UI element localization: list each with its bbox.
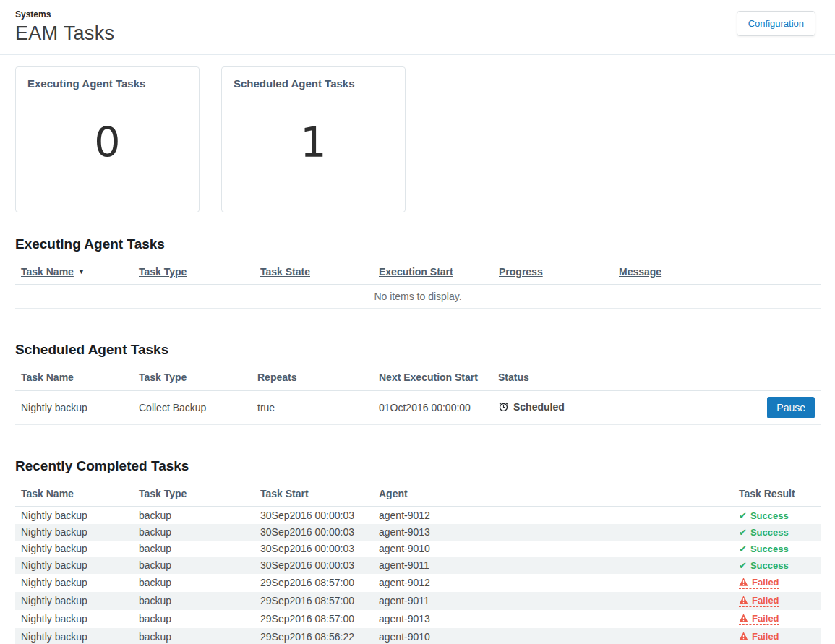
task-result-badge: ✔Success <box>739 544 789 554</box>
agent-cell: agent-9011 <box>373 557 733 574</box>
sort-link-task-state[interactable]: Task State <box>260 266 310 278</box>
task-result-badge[interactable]: ✔Failed <box>739 595 779 607</box>
column-header-task-start: Task Start <box>254 482 373 507</box>
completed-task-row: Nightly backup backup 30Sep2016 00:00:03… <box>15 541 821 557</box>
task-type-cell: backup <box>133 524 254 541</box>
sort-link-execution-start[interactable]: Execution Start <box>379 266 453 278</box>
column-header-task-name: Task Name <box>15 482 133 507</box>
warning-triangle-icon <box>739 613 752 624</box>
warning-triangle-icon <box>739 595 752 606</box>
task-name-cell: Nightly backup <box>15 541 133 557</box>
repeats-cell: true <box>252 390 373 425</box>
status-label: Scheduled <box>513 401 565 413</box>
task-start-cell: 29Sep2016 08:57:00 <box>254 574 373 592</box>
agent-cell: agent-9013 <box>373 524 733 541</box>
task-result-label: Failed <box>752 577 779 588</box>
task-result-badge[interactable]: ✔Failed <box>739 577 779 589</box>
task-type-cell: backup <box>133 628 254 644</box>
completed-task-row: Nightly backup backup 30Sep2016 00:00:03… <box>15 524 821 541</box>
agent-cell: agent-9010 <box>373 541 733 557</box>
column-header-task-name: Task Name▼ <box>15 260 133 285</box>
agent-cell: agent-9012 <box>373 574 733 592</box>
check-icon: ✔ <box>739 560 747 571</box>
task-result-cell: ✔Success <box>733 541 821 557</box>
empty-row: No items to display. <box>15 285 821 309</box>
task-result-cell: ✔Success <box>733 507 821 524</box>
task-name-cell: Nightly backup <box>15 507 133 524</box>
sort-desc-icon: ▼ <box>78 268 85 275</box>
agent-cell: agent-9010 <box>373 628 733 644</box>
task-name-cell: Nightly backup <box>15 610 133 628</box>
configuration-button[interactable]: Configuration <box>737 11 815 36</box>
column-header-actions <box>758 366 821 390</box>
column-header-task-type: Task Type <box>133 260 254 285</box>
task-result-label: Success <box>750 544 789 554</box>
sort-link-progress[interactable]: Progress <box>499 266 543 278</box>
recent-tasks-section: Recently Completed Tasks Task Name Task … <box>0 458 835 644</box>
task-type-cell: backup <box>133 507 254 524</box>
executing-tasks-table: Task Name▼ Task Type Task State Executio… <box>15 260 821 309</box>
sort-link-message[interactable]: Message <box>619 266 661 278</box>
recent-tasks-heading: Recently Completed Tasks <box>15 458 821 474</box>
task-result-badge[interactable]: ✔Failed <box>739 613 779 625</box>
empty-message: No items to display. <box>15 285 821 309</box>
agent-cell: agent-9011 <box>373 592 733 610</box>
column-header-task-result: Task Result <box>733 482 821 507</box>
task-name-cell: Nightly backup <box>15 524 133 541</box>
task-start-cell: 30Sep2016 00:00:03 <box>254 524 373 541</box>
recently-completed-tasks-table: Task Name Task Type Task Start Agent Tas… <box>15 482 821 644</box>
scheduled-tasks-count: 1 <box>234 119 393 166</box>
completed-task-row: Nightly backup backup 30Sep2016 00:00:03… <box>15 557 821 574</box>
sort-link-task-name[interactable]: Task Name <box>21 266 74 278</box>
task-result-cell: ✔Failed <box>733 610 821 628</box>
task-type-cell: backup <box>133 541 254 557</box>
column-header-status: Status <box>492 366 758 390</box>
sort-link-task-type[interactable]: Task Type <box>139 266 187 278</box>
task-result-cell: ✔Failed <box>733 628 821 644</box>
recent-tasks-header-row: Task Name Task Type Task Start Agent Tas… <box>15 482 821 507</box>
column-header-task-name: Task Name <box>15 366 133 390</box>
task-result-badge: ✔Success <box>739 510 789 521</box>
task-type-cell: backup <box>133 557 254 574</box>
breadcrumb[interactable]: Systems <box>15 9 821 20</box>
scheduled-tasks-table: Task Name Task Type Repeats Next Executi… <box>15 366 821 425</box>
status-cell: Scheduled <box>492 390 758 425</box>
executing-agent-tasks-card: Executing Agent Tasks 0 <box>15 66 200 212</box>
task-result-label: Success <box>750 510 789 521</box>
task-type-cell: backup <box>133 592 254 610</box>
check-icon: ✔ <box>739 544 747 554</box>
page-header: Systems EAM Tasks Configuration <box>0 0 835 55</box>
column-header-message: Message <box>613 260 821 285</box>
column-header-task-type: Task Type <box>133 482 254 507</box>
summary-cards: Executing Agent Tasks 0 Scheduled Agent … <box>0 55 835 212</box>
task-type-cell: backup <box>133 610 254 628</box>
scheduled-tasks-section: Scheduled Agent Tasks Task Name Task Typ… <box>0 342 835 425</box>
task-result-cell: ✔Success <box>733 557 821 574</box>
task-result-cell: ✔Failed <box>733 574 821 592</box>
completed-task-row: Nightly backup backup 29Sep2016 08:56:22… <box>15 628 821 644</box>
task-type-cell: backup <box>133 574 254 592</box>
task-name-cell: Nightly backup <box>15 592 133 610</box>
card-label: Scheduled Agent Tasks <box>234 77 393 90</box>
task-result-label: Success <box>750 560 789 571</box>
column-header-execution-start: Execution Start <box>373 260 493 285</box>
alarm-clock-icon <box>498 401 509 414</box>
executing-tasks-section: Executing Agent Tasks Task Name▼ Task Ty… <box>0 236 835 309</box>
task-name-cell: Nightly backup <box>15 557 133 574</box>
column-header-next-execution-start: Next Execution Start <box>373 366 492 390</box>
task-result-badge: ✔Success <box>739 560 789 571</box>
page-title: EAM Tasks <box>15 22 821 45</box>
scheduled-tasks-header-row: Task Name Task Type Repeats Next Executi… <box>15 366 821 390</box>
check-icon: ✔ <box>739 510 747 521</box>
pause-button[interactable]: Pause <box>767 397 815 418</box>
completed-task-row: Nightly backup backup 29Sep2016 08:57:00… <box>15 592 821 610</box>
task-start-cell: 30Sep2016 00:00:03 <box>254 557 373 574</box>
column-header-repeats: Repeats <box>252 366 373 390</box>
task-start-cell: 29Sep2016 08:56:22 <box>254 628 373 644</box>
task-result-badge: ✔Success <box>739 527 789 538</box>
task-result-badge[interactable]: ✔Failed <box>739 631 779 643</box>
actions-cell: Pause <box>758 390 821 425</box>
task-start-cell: 29Sep2016 08:57:00 <box>254 592 373 610</box>
task-result-cell: ✔Failed <box>733 592 821 610</box>
column-header-agent: Agent <box>373 482 733 507</box>
